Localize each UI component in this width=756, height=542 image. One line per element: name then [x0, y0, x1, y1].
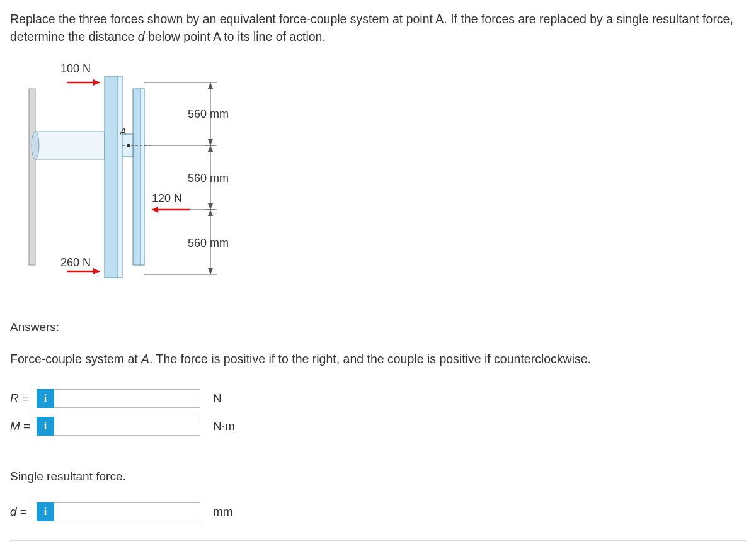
hint-text: Force-couple system at A. The force is p…	[10, 352, 746, 366]
row-M: M = i N·m	[10, 417, 746, 436]
unit-d: mm	[213, 505, 233, 519]
eq-M: =	[23, 419, 30, 432]
hint-part1: Force-couple system at	[10, 352, 141, 366]
svg-rect-4	[117, 76, 122, 278]
figure: 100 N 260 N 120 N 560 mm 560 mm 560 mm A	[10, 64, 249, 290]
info-icon[interactable]: i	[37, 389, 54, 408]
svg-rect-3	[105, 76, 117, 278]
label-dim-3: 560 mm	[188, 237, 229, 250]
label-dim-1: 560 mm	[188, 108, 229, 121]
input-d[interactable]	[54, 502, 200, 521]
input-M[interactable]	[54, 417, 200, 436]
svg-marker-23	[208, 145, 213, 152]
label-force-mid: 120 N	[152, 192, 182, 205]
svg-marker-13	[93, 268, 100, 274]
svg-rect-5	[133, 89, 140, 265]
answers-heading: Answers:	[10, 320, 746, 334]
svg-marker-15	[152, 206, 158, 213]
svg-point-9	[127, 144, 130, 147]
label-d: d =	[10, 505, 37, 519]
row-R: R = i N	[10, 389, 746, 408]
hint-A: A	[141, 352, 149, 366]
eq-R: =	[22, 392, 29, 405]
bottom-divider	[10, 540, 746, 542]
problem-text-1: Replace the three forces shown by an equ…	[10, 12, 733, 43]
problem-text-2: below point A to its line of action.	[145, 30, 326, 43]
unit-M: N·m	[213, 419, 235, 433]
hint-part2: . The force is positive if to the right,…	[149, 352, 591, 366]
row-d: d = i mm	[10, 502, 746, 521]
svg-marker-22	[208, 139, 213, 145]
label-A-overlay: A	[120, 127, 127, 138]
svg-marker-26	[208, 268, 213, 274]
svg-rect-0	[29, 89, 35, 265]
svg-marker-25	[208, 210, 213, 216]
svg-marker-11	[93, 79, 100, 86]
input-R[interactable]	[54, 389, 200, 408]
label-force-bot: 260 N	[60, 256, 91, 269]
svg-rect-6	[140, 89, 144, 265]
info-icon[interactable]: i	[37, 417, 54, 436]
var-M: M	[10, 419, 20, 432]
diagram-container: 100 N 260 N 120 N 560 mm 560 mm 560 mm A	[10, 64, 746, 290]
info-icon[interactable]: i	[37, 502, 54, 521]
label-M: M =	[10, 419, 37, 433]
label-dim-2: 560 mm	[188, 172, 229, 185]
svg-marker-24	[208, 203, 213, 210]
svg-marker-21	[208, 82, 213, 89]
var-R: R	[10, 392, 19, 405]
single-resultant-label: Single resultant force.	[10, 470, 746, 483]
problem-var-d: d	[138, 30, 145, 43]
svg-rect-1	[35, 132, 105, 159]
label-force-top: 100 N	[60, 62, 91, 76]
label-R: R =	[10, 392, 37, 405]
unit-R: N	[213, 392, 222, 405]
var-d: d	[10, 505, 17, 518]
problem-statement: Replace the three forces shown by an equ…	[10, 10, 746, 46]
eq-d: =	[20, 505, 27, 518]
svg-point-2	[32, 132, 39, 159]
